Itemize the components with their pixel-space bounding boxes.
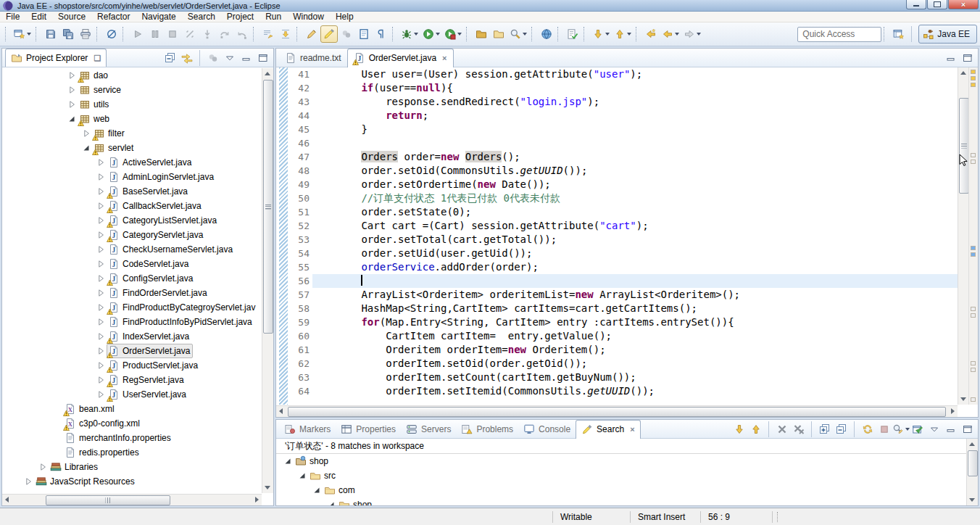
print-button[interactable]	[77, 25, 94, 43]
up-yellow-button[interactable]	[748, 421, 763, 437]
tree-collapsed-arrow-icon[interactable]	[66, 84, 78, 96]
overview-marker[interactable]	[971, 70, 976, 74]
forward-dropdown-icon[interactable]	[697, 33, 701, 36]
pencil-c-button[interactable]	[303, 25, 320, 43]
tree-expanded-arrow-icon[interactable]	[296, 470, 308, 481]
next-annotation-dropdown-icon[interactable]	[605, 33, 610, 36]
editor-horizontal-scrollbar[interactable]	[276, 405, 958, 417]
tree-expanded-arrow-icon[interactable]	[80, 142, 92, 154]
editor-scrollbar-thumb[interactable]	[959, 98, 969, 194]
explorer-item-codeservlet-java[interactable]: JCodeServlet.java	[2, 257, 262, 271]
collapse-all-button[interactable]	[162, 50, 178, 65]
tab-problems[interactable]: Problems	[456, 421, 518, 439]
tree-collapsed-arrow-icon[interactable]	[95, 273, 107, 284]
overview-marker[interactable]	[971, 313, 976, 318]
step-return-button[interactable]	[233, 25, 251, 43]
search-torch-button[interactable]	[507, 25, 529, 43]
step-over-button[interactable]	[216, 25, 233, 43]
tree-collapsed-arrow-icon[interactable]	[95, 258, 107, 270]
menu-file[interactable]: File	[0, 12, 25, 22]
tree-collapsed-arrow-icon[interactable]	[95, 215, 107, 226]
explorer-item-categoryservlet-java[interactable]: JCategoryServlet.java	[2, 228, 262, 242]
stop-sq-button[interactable]	[876, 421, 892, 437]
explorer-item-javascript-resources[interactable]: JavaScript Resources	[2, 474, 262, 489]
explorer-item-userservlet-java[interactable]: JUserServlet.java	[2, 387, 262, 402]
overview-marker[interactable]	[971, 76, 976, 80]
overview-marker[interactable]	[971, 246, 976, 250]
tree-collapsed-arrow-icon[interactable]	[66, 99, 78, 110]
menu-project[interactable]: Project	[221, 12, 259, 22]
close-icon[interactable]: ×	[630, 425, 634, 434]
tree-collapsed-arrow-icon[interactable]	[95, 360, 107, 371]
disconnect-button[interactable]	[181, 25, 199, 43]
remove-all-x-button[interactable]	[791, 421, 806, 437]
explorer-item-redis-properties[interactable]: redis.properties	[2, 445, 262, 460]
minimize-view-button[interactable]	[943, 50, 958, 65]
close-icon[interactable]: ×	[442, 54, 447, 62]
overview-marker[interactable]	[971, 153, 976, 157]
tree-expanded-arrow-icon[interactable]	[311, 484, 323, 496]
explorer-item-web[interactable]: web	[2, 112, 262, 126]
maximize-view-button[interactable]	[960, 421, 975, 437]
overview-marker[interactable]	[971, 361, 976, 365]
explorer-item-utils[interactable]: utils	[2, 97, 262, 112]
search-item-shop[interactable]: shop	[276, 497, 966, 505]
overview-marker[interactable]	[971, 160, 976, 164]
new-wizard-button[interactable]	[12, 25, 33, 43]
tree-collapsed-arrow-icon[interactable]	[95, 200, 107, 212]
editor-tab-orderservlet-java[interactable]: JOrderServlet.java×	[347, 49, 454, 67]
overview-marker[interactable]	[971, 252, 976, 257]
tree-collapsed-arrow-icon[interactable]	[95, 186, 107, 197]
search-torch-dropdown-icon[interactable]	[523, 33, 527, 36]
open-folder-2-button[interactable]	[490, 25, 507, 43]
lines-arrow-button[interactable]	[259, 25, 277, 43]
explorer-item-merchantinfo-properties[interactable]: merchantInfo.properties	[2, 431, 262, 445]
explorer-item-libraries[interactable]: Libraries	[2, 460, 262, 474]
save-all-button[interactable]	[59, 25, 77, 43]
explorer-item-indexservlet-java[interactable]: JIndexServlet.java	[2, 329, 262, 344]
overview-marker[interactable]	[971, 368, 976, 372]
menu-window[interactable]: Window	[287, 12, 330, 22]
explorer-item-filter[interactable]: filter	[2, 126, 262, 141]
expand-all-button[interactable]	[817, 421, 832, 437]
win-close-button[interactable]: ×	[948, 0, 979, 9]
explorer-item-findorderservlet-java[interactable]: JFindOrderServlet.java	[2, 286, 262, 300]
tab-search[interactable]: Search×	[576, 420, 640, 439]
debug-button[interactable]	[399, 25, 420, 43]
pin-button[interactable]	[910, 421, 925, 437]
quick-access-input[interactable]	[797, 27, 881, 42]
skip-breakpoints-button[interactable]	[103, 25, 120, 43]
show-whitespace-button[interactable]	[373, 25, 390, 43]
run-dropdown-icon[interactable]	[436, 33, 440, 36]
debug-dropdown-icon[interactable]	[414, 33, 418, 36]
tree-collapsed-arrow-icon[interactable]	[95, 244, 107, 255]
tree-collapsed-arrow-icon[interactable]	[95, 374, 107, 386]
explorer-item-c3p0-config-xml[interactable]: Xc3p0-config.xml	[2, 416, 262, 431]
resume-button[interactable]	[129, 25, 146, 43]
explorer-item-callbackservlet-java[interactable]: JCallbackServlet.java	[2, 199, 262, 213]
menu-run[interactable]: Run	[259, 12, 287, 22]
menu-source[interactable]: Source	[52, 12, 91, 22]
refresh-button[interactable]	[860, 421, 875, 437]
bottom-scrollbar-thumb[interactable]	[968, 450, 978, 476]
search-item-com[interactable]: com	[276, 483, 966, 497]
step-into-button[interactable]	[199, 25, 216, 43]
collapse-all2-button[interactable]	[834, 421, 849, 437]
tree-collapsed-arrow-icon[interactable]	[95, 229, 107, 241]
tab-servers[interactable]: Servers	[401, 421, 456, 439]
menu-help[interactable]: Help	[330, 12, 360, 22]
search-settings-button[interactable]	[893, 421, 908, 437]
explorer-item-bean-xml[interactable]: Xbean.xml	[2, 402, 262, 416]
editor-vertical-scrollbar[interactable]	[958, 67, 969, 405]
explorer-item-findproductbycategroyservlet-jav[interactable]: JFindProductByCategroyServlet.jav	[2, 300, 262, 315]
explorer-item-productservlet-java[interactable]: JProductServlet.java	[2, 358, 262, 373]
overview-marker[interactable]	[971, 397, 976, 402]
editor-tab-readme-txt[interactable]: readme.txt	[279, 49, 347, 67]
explorer-scrollbar-thumb[interactable]	[263, 80, 273, 334]
open-folder-1-button[interactable]	[473, 25, 490, 43]
tree-expanded-arrow-icon[interactable]	[282, 455, 294, 467]
explorer-item-orderservlet-java[interactable]: JOrderServlet.java	[2, 344, 262, 358]
tab-properties[interactable]: Properties	[336, 421, 401, 439]
web-browser-button[interactable]	[538, 25, 555, 43]
tab-markers[interactable]: Markers	[279, 421, 336, 439]
